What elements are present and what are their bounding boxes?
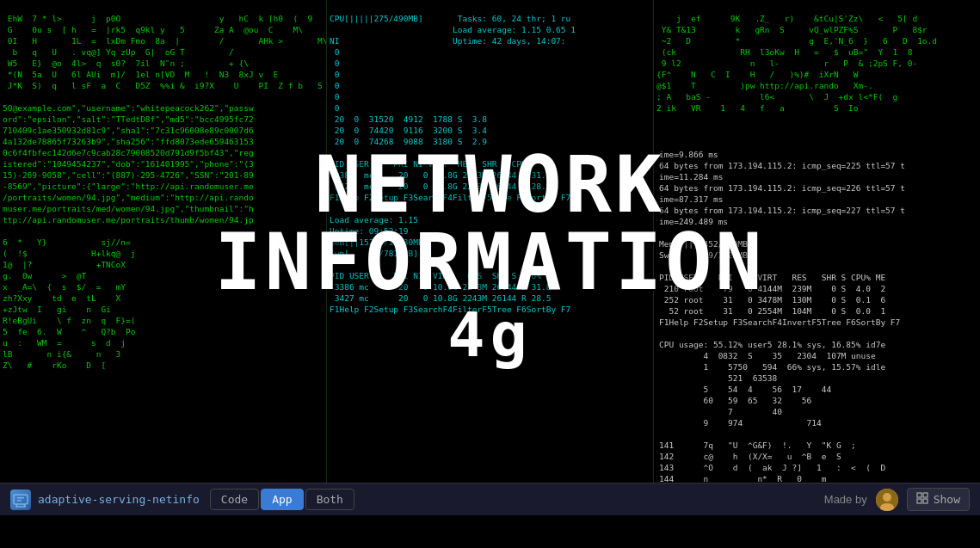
avatar-image [876, 489, 898, 511]
terminal-background: EhW 7 * l> j p0O y hC k [h0 ( 9 zI G 0u … [0, 0, 980, 515]
tab-both[interactable]: Both [305, 489, 354, 510]
made-by-label: Made by [824, 493, 867, 506]
bottom-right-section: Made by Show [824, 488, 970, 511]
show-label: Show [934, 493, 960, 506]
svg-rect-10 [923, 493, 928, 497]
svg-rect-0 [14, 495, 28, 504]
svg-rect-9 [917, 493, 921, 497]
avatar [876, 489, 898, 511]
title-line1: NETWORK [214, 146, 765, 224]
expand-icon [916, 492, 928, 507]
app-name-label: adaptive-serving-netinfo [38, 493, 200, 506]
overlay-title: NETWORK INFORMATION 4g [214, 146, 765, 369]
show-button[interactable]: Show [907, 488, 970, 511]
svg-rect-4 [17, 497, 24, 499]
app-icon [10, 490, 31, 510]
title-line3: 4g [214, 301, 765, 369]
svg-rect-5 [17, 500, 22, 502]
svg-rect-12 [923, 499, 928, 503]
svg-point-7 [883, 493, 891, 502]
tab-app[interactable]: App [261, 489, 303, 510]
expand-arrows-icon [916, 492, 928, 504]
bottom-left-section: adaptive-serving-netinfo Code App Both [10, 489, 354, 510]
bottom-bar: adaptive-serving-netinfo Code App Both M… [0, 483, 980, 515]
tab-code[interactable]: Code [210, 489, 259, 510]
tab-group: Code App Both [210, 489, 354, 510]
svg-rect-11 [917, 499, 921, 503]
app-logo-icon [13, 492, 28, 508]
title-line2: INFORMATION [214, 224, 765, 301]
